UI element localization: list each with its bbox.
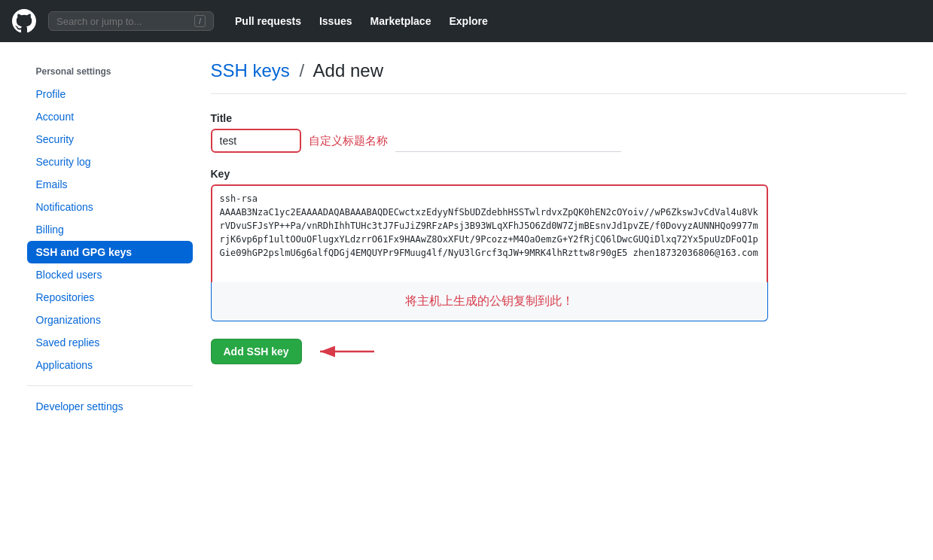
sidebar-item-profile[interactable]: Profile xyxy=(27,83,193,105)
sidebar-item-saved-replies[interactable]: Saved replies xyxy=(27,331,193,354)
key-label: Key xyxy=(211,168,907,180)
sidebar-section-label: Personal settings xyxy=(27,60,193,83)
breadcrumb-current: Add new xyxy=(313,60,383,81)
page-header: SSH keys / Add new xyxy=(211,60,907,94)
marketplace-link[interactable]: Marketplace xyxy=(361,15,441,27)
explore-link[interactable]: Explore xyxy=(440,15,496,27)
sidebar-item-applications[interactable]: Applications xyxy=(27,354,193,376)
breadcrumb-link[interactable]: SSH keys xyxy=(211,60,290,81)
submit-row: Add SSH key xyxy=(211,336,907,367)
arrow-annotation xyxy=(314,336,389,367)
sidebar-item-ssh-gpg[interactable]: SSH and GPG keys xyxy=(27,241,193,263)
key-bottom-placeholder: 将主机上生成的公钥复制到此！ xyxy=(211,282,768,321)
sidebar-item-account[interactable]: Account xyxy=(27,105,193,128)
sidebar-item-security-log[interactable]: Security log xyxy=(27,151,193,173)
sidebar-item-repositories[interactable]: Repositories xyxy=(27,286,193,309)
sidebar-item-organizations[interactable]: Organizations xyxy=(27,309,193,331)
title-form-group: Title 自定义标题名称 xyxy=(211,112,907,153)
pull-requests-link[interactable]: Pull requests xyxy=(226,15,310,27)
sidebar-item-blocked-users[interactable]: Blocked users xyxy=(27,263,193,286)
sidebar: Personal settings Profile Account Securi… xyxy=(27,60,193,418)
search-box[interactable]: / xyxy=(48,11,214,31)
nav-links: Pull requests Issues Marketplace Explore xyxy=(226,15,497,27)
page-layout: Personal settings Profile Account Securi… xyxy=(15,42,919,436)
key-textarea[interactable] xyxy=(211,184,768,282)
sidebar-item-billing[interactable]: Billing xyxy=(27,218,193,241)
issues-link[interactable]: Issues xyxy=(310,15,361,27)
sidebar-item-developer-settings[interactable]: Developer settings xyxy=(27,395,193,418)
sidebar-item-notifications[interactable]: Notifications xyxy=(27,196,193,218)
add-ssh-key-button[interactable]: Add SSH key xyxy=(211,339,302,364)
key-form-group: Key 将主机上生成的公钥复制到此！ xyxy=(211,168,907,321)
github-logo[interactable] xyxy=(12,9,36,33)
sidebar-item-security[interactable]: Security xyxy=(27,128,193,151)
title-label: Title xyxy=(211,112,907,124)
main-content: SSH keys / Add new Title 自定义标题名称 Key 将主机… xyxy=(211,60,907,418)
top-nav: / Pull requests Issues Marketplace Explo… xyxy=(0,0,933,42)
title-input[interactable] xyxy=(211,129,301,153)
breadcrumb-separator: / xyxy=(300,60,305,81)
key-placeholder-text: 将主机上生成的公钥复制到此！ xyxy=(405,294,574,309)
key-wrapper: 将主机上生成的公钥复制到此！ xyxy=(211,184,768,321)
title-annotation: 自定义标题名称 xyxy=(309,134,388,148)
search-input[interactable] xyxy=(56,16,194,27)
slash-icon: / xyxy=(194,15,206,27)
sidebar-item-emails[interactable]: Emails xyxy=(27,173,193,196)
